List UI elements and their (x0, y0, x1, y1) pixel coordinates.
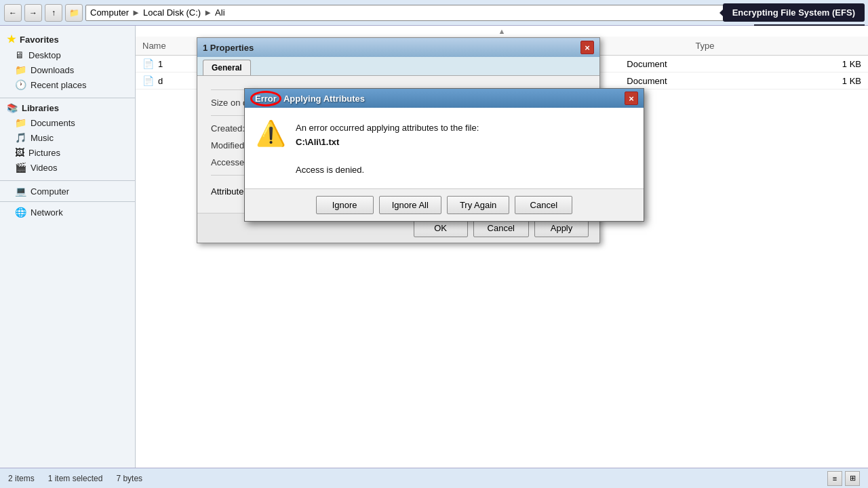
error-title-suffix: Applying Attributes (281, 94, 365, 104)
error-message-line2: Access is denied. (296, 163, 479, 178)
tab-general[interactable]: General (203, 60, 251, 75)
ignore-button[interactable]: Ignore (316, 196, 374, 214)
try-again-button[interactable]: Try Again (447, 196, 509, 214)
error-close-button[interactable]: × (625, 92, 638, 105)
error-body: ⚠️ An error occurred applying attributes… (245, 108, 644, 189)
properties-title: 1 Properties (203, 43, 580, 53)
error-title: Error Applying Attributes (250, 91, 625, 106)
error-filename: C:\Ali\1.txt (296, 136, 479, 150)
error-cancel-button[interactable]: Cancel (515, 196, 572, 214)
ignore-all-button[interactable]: Ignore All (379, 196, 441, 214)
efs-title: Encrypting File System (EFS) (732, 7, 855, 18)
efs-tooltip: Encrypting File System (EFS) (723, 3, 865, 22)
properties-titlebar: 1 Properties × (197, 38, 599, 57)
dialog-overlay: 1 Properties × General Size on disk: 4.0… (0, 0, 868, 488)
error-dialog: Error Applying Attributes × ⚠️ An error … (244, 88, 644, 222)
error-titlebar: Error Applying Attributes × (245, 89, 644, 108)
error-highlight: Error (250, 91, 281, 106)
error-footer: Ignore Ignore All Try Again Cancel (245, 189, 644, 221)
properties-tabs: General (197, 57, 599, 76)
error-message-line1: An error occurred applying attributes to… (296, 121, 479, 136)
error-text: An error occurred applying attributes to… (296, 121, 479, 178)
warning-icon: ⚠️ (256, 121, 286, 178)
properties-close-button[interactable]: × (580, 41, 594, 54)
